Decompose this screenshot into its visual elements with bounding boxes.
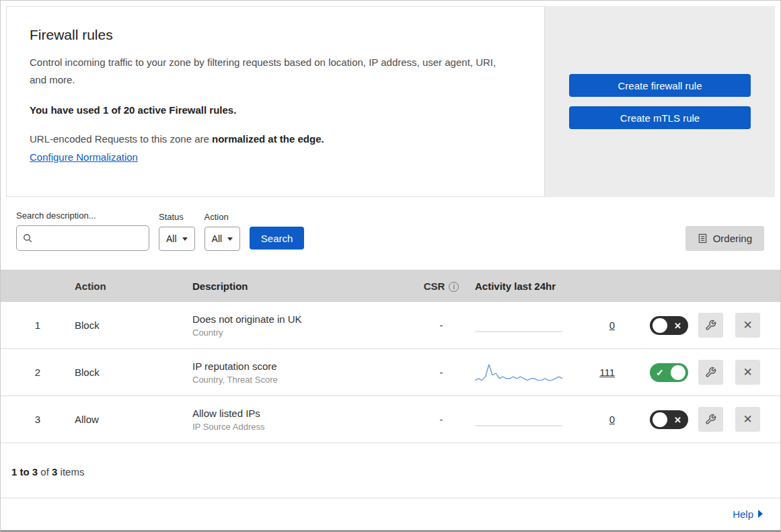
action-panel: Create firewall rule Create mTLS rule [545,6,775,197]
info-icon[interactable] [449,282,459,292]
activity-sparkline [475,361,562,384]
rule-activity-cell: 0 [475,408,636,431]
rule-priority: 1 [1,319,75,331]
status-dropdown-value: All [166,233,177,244]
page-description: Control incoming traffic to your zone by… [30,54,514,88]
create-mtls-rule-button[interactable]: Create mTLS rule [569,106,751,129]
search-icon [22,233,33,243]
rule-description: Does not originate in UK [192,313,408,325]
search-input[interactable] [37,233,143,243]
rule-enabled-toggle[interactable] [650,363,688,382]
firewall-rules-table: Action Description CSR Activity last 24h… [1,270,780,443]
table-row: 3 Allow Allow listed IPs IP Source Addre… [1,396,780,443]
pagination-of: of [40,466,49,478]
col-description-header: Description [192,280,408,292]
col-action-header: Action [75,280,192,292]
chevron-down-icon [227,237,233,241]
delete-rule-button[interactable] [735,407,760,432]
rule-activity-cell: 0 [475,314,636,337]
action-dropdown-value: All [212,233,223,244]
ordering-button-label: Ordering [713,233,752,244]
configure-normalization-link[interactable]: Configure Normalization [30,151,138,163]
table-header: Action Description CSR Activity last 24h… [1,270,780,302]
col-activity-header: Activity last 24hr [475,280,636,292]
rule-description-cell: Allow listed IPs IP Source Address [192,408,408,432]
close-icon [743,412,752,426]
edit-rule-button[interactable] [698,360,723,385]
normalization-bold: normalized at the edge. [212,133,324,145]
status-label: Status [159,212,195,222]
rule-csr: - [408,414,475,425]
help-link[interactable]: Help [733,508,753,520]
usage-note: You have used 1 of 20 active Firewall ru… [30,104,521,116]
rule-csr: - [408,319,475,331]
pagination-total: 3 [52,466,57,478]
rule-priority: 3 [1,414,75,425]
rule-activity-cell: 111 [475,361,636,384]
rule-action: Allow [75,414,192,425]
activity-sparkline [475,314,562,337]
delete-rule-button[interactable] [735,360,760,385]
wrench-icon [705,414,716,425]
normalization-text: URL-encoded Requests to this zone are [30,133,209,145]
page-title: Firewall rules [30,27,521,43]
wrench-icon [705,319,716,331]
filter-bar: Search description... Status All Action … [1,197,780,251]
rule-fields: Country, Threat Score [192,375,408,385]
table-row: 2 Block IP reputation score Country, Thr… [1,349,780,396]
rule-enabled-toggle[interactable] [650,316,688,335]
rule-csr: - [408,367,475,378]
activity-sparkline [475,408,562,431]
chevron-right-icon [758,510,763,518]
firewall-rules-page: Firewall rules Control incoming traffic … [0,0,781,532]
normalization-note: URL-encoded Requests to this zone are no… [30,133,521,145]
rule-priority: 2 [1,367,75,378]
rule-description: IP reputation score [192,360,408,372]
action-filter-group: Action All [204,212,241,251]
status-dropdown[interactable]: All [159,227,195,251]
rule-controls [636,313,780,338]
rule-description-cell: Does not originate in UK Country [192,313,408,338]
activity-count-link[interactable]: 111 [599,367,615,378]
status-filter-group: Status All [159,212,195,251]
table-row: 1 Block Does not originate in UK Country… [1,302,780,349]
rule-fields: IP Source Address [192,422,408,432]
search-box[interactable] [16,225,149,251]
search-filter-group: Search description... [16,211,149,251]
ordering-button[interactable]: Ordering [685,226,764,251]
col-csr-header: CSR [408,280,475,292]
csr-header-label: CSR [424,280,445,292]
wrench-icon [705,367,716,378]
toggle-knob [653,318,667,333]
toggle-knob [671,365,685,380]
toggle-knob [653,412,667,427]
activity-count-link[interactable]: 0 [609,414,615,425]
top-region: Firewall rules Control incoming traffic … [6,6,775,197]
delete-rule-button[interactable] [735,313,760,338]
rule-description-cell: IP reputation score Country, Threat Scor… [192,360,408,385]
action-dropdown[interactable]: All [204,227,241,251]
intro-card: Firewall rules Control incoming traffic … [6,6,545,197]
rule-enabled-toggle[interactable] [650,410,688,429]
create-firewall-rule-button[interactable]: Create firewall rule [569,74,751,97]
action-label: Action [204,212,241,222]
search-label: Search description... [16,211,149,221]
rule-action: Block [75,367,192,378]
pagination: 1 to 3 of 3 items [1,443,780,498]
rule-controls [636,407,780,432]
search-button[interactable]: Search [250,227,304,250]
rule-action: Block [75,319,192,331]
close-icon [743,318,752,332]
close-icon [743,365,752,379]
rule-fields: Country [192,328,408,338]
edit-rule-button[interactable] [698,407,723,432]
pagination-items: items [61,466,85,478]
rule-controls [636,360,780,385]
pagination-range: 1 to 3 [11,466,38,478]
chevron-down-icon [182,237,188,241]
activity-count-link[interactable]: 0 [609,319,615,331]
rule-description: Allow listed IPs [192,408,408,419]
help-row: Help [1,498,780,529]
edit-rule-button[interactable] [698,313,723,338]
ordering-icon [698,233,708,243]
